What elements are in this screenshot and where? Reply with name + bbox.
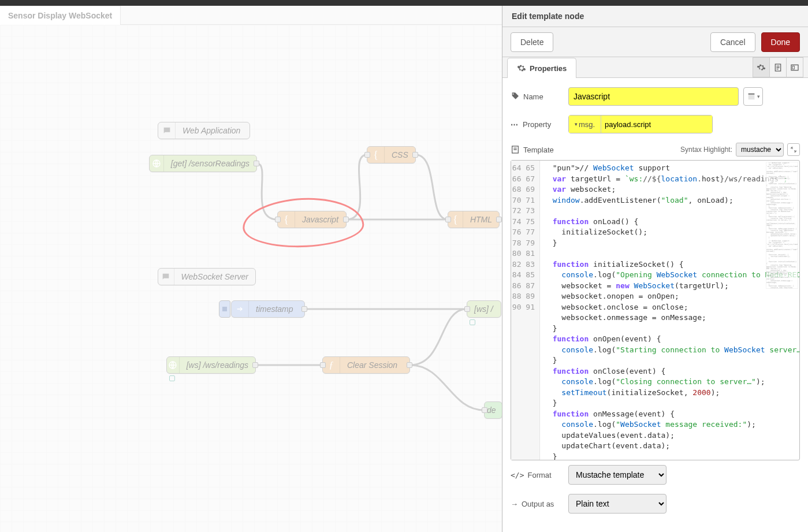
window-topbar	[0, 0, 808, 6]
syntax-label: Syntax Highlight:	[680, 146, 732, 154]
node-output-port[interactable]	[496, 217, 502, 222]
tab-properties[interactable]: Properties	[507, 58, 576, 78]
panel-action-bar: Delete Cancel Done	[502, 27, 808, 57]
property-label: ⋯ Property	[511, 120, 568, 129]
tab-appearance-icon[interactable]	[786, 57, 803, 77]
typed-input-value[interactable]	[601, 116, 712, 133]
node-label: HTML	[463, 215, 499, 224]
svg-rect-1	[222, 307, 227, 311]
template-node-html[interactable]: { HTML	[448, 211, 500, 228]
globe-icon	[150, 155, 164, 172]
template-node-javascript[interactable]: { Javascript	[277, 211, 347, 228]
websocket-in-node[interactable]: [ws] /ws/readings	[166, 356, 256, 374]
node-label: Web Application	[176, 126, 247, 135]
editor-code[interactable]: "pun">// WebSocket support var targetUrl…	[540, 161, 799, 460]
template-label: Template	[523, 146, 554, 154]
node-label: timestamp	[249, 304, 300, 314]
template-icon	[511, 145, 520, 154]
node-label: CSS	[385, 150, 415, 159]
format-select[interactable]: Mustache template	[568, 465, 666, 485]
node-output-port[interactable]	[412, 152, 418, 158]
format-label: </> Format	[511, 471, 568, 479]
arrow-right-icon: →	[511, 500, 518, 508]
function-node-clear-session[interactable]: ƒ Clear Session	[322, 356, 410, 374]
node-label: [ws] /ws/readings	[180, 360, 255, 370]
gear-icon	[517, 64, 526, 73]
node-output-port[interactable]	[301, 306, 307, 312]
tab-description-icon[interactable]	[769, 57, 787, 77]
tab-settings-icon[interactable]	[753, 57, 770, 77]
node-label: WebSocket Server	[174, 272, 255, 281]
row-name: Name ▾	[511, 87, 800, 106]
comment-icon	[158, 122, 176, 139]
workspace-tab[interactable]: Sensor Display WebSocket	[0, 6, 121, 25]
typed-input[interactable]: ▾ msg.	[568, 115, 713, 133]
node-input-port[interactable]	[364, 152, 370, 158]
tag-icon	[511, 92, 520, 101]
typed-input-type[interactable]: ▾ msg.	[569, 116, 601, 133]
comment-node-websocket-server[interactable]: WebSocket Server	[158, 268, 256, 285]
node-output-port[interactable]	[252, 362, 258, 368]
row-output: → Output as Plain text	[511, 494, 800, 514]
globe-icon	[167, 357, 180, 373]
http-in-node[interactable]: [get] /sensorReadings	[149, 155, 257, 172]
syntax-select[interactable]: mustache	[736, 143, 784, 157]
node-input-port[interactable]	[445, 217, 451, 222]
node-label: [ws] /	[467, 304, 496, 314]
row-template-header: Template Syntax Highlight: mustache	[511, 143, 800, 157]
delete-button[interactable]: Delete	[511, 32, 553, 52]
output-select[interactable]: Plain text	[568, 494, 666, 514]
name-label: Name	[511, 92, 568, 101]
name-input[interactable]	[568, 87, 739, 106]
done-button[interactable]: Done	[761, 32, 800, 52]
editor-gutter: 64 65 66 67 68 69 70 71 72 73 74 75 76 7…	[511, 161, 540, 460]
ellipsis-icon: ⋯	[511, 120, 519, 129]
code-icon: </>	[511, 471, 524, 479]
expand-editor-button[interactable]	[787, 143, 800, 156]
node-input-port[interactable]	[275, 217, 281, 222]
row-format: </> Format Mustache template	[511, 465, 800, 485]
node-input-port[interactable]	[320, 362, 326, 368]
websocket-out-node[interactable]: [ws] /	[467, 300, 501, 318]
arrow-in-icon	[232, 301, 249, 317]
panel-body: Name ▾ ⋯ Property	[502, 78, 808, 532]
svg-rect-5	[792, 66, 794, 69]
tab-label: Properties	[530, 64, 567, 73]
status-indicator	[169, 375, 175, 381]
row-property: ⋯ Property ▾ msg.	[511, 115, 800, 133]
node-input-port[interactable]	[464, 306, 470, 312]
node-input-port[interactable]	[482, 407, 487, 413]
panel-title: Edit template node	[502, 6, 808, 27]
panel-tab-bar: Properties	[502, 57, 808, 78]
comment-icon	[158, 269, 174, 285]
node-output-port[interactable]	[254, 161, 259, 166]
node-output-port[interactable]	[407, 362, 412, 368]
node-output-port[interactable]	[343, 217, 349, 222]
code-editor[interactable]: 64 65 66 67 68 69 70 71 72 73 74 75 76 7…	[511, 160, 800, 460]
node-label: Javascript	[295, 215, 345, 224]
status-indicator	[470, 319, 475, 325]
debug-node[interactable]: de	[484, 401, 502, 419]
comment-node-web-application[interactable]: Web Application	[158, 122, 250, 139]
edit-panel: Edit template node Delete Cancel Done Pr…	[502, 6, 808, 532]
node-label: Clear Session	[340, 360, 404, 370]
icon-picker-button[interactable]: ▾	[743, 87, 763, 106]
inject-node-timestamp[interactable]: timestamp	[231, 300, 305, 318]
inject-button[interactable]	[219, 300, 230, 318]
template-node-css[interactable]: { CSS	[367, 146, 416, 163]
cancel-button[interactable]: Cancel	[710, 32, 755, 52]
output-label: → Output as	[511, 500, 568, 508]
node-label: [get] /sensorReadings	[164, 159, 256, 168]
